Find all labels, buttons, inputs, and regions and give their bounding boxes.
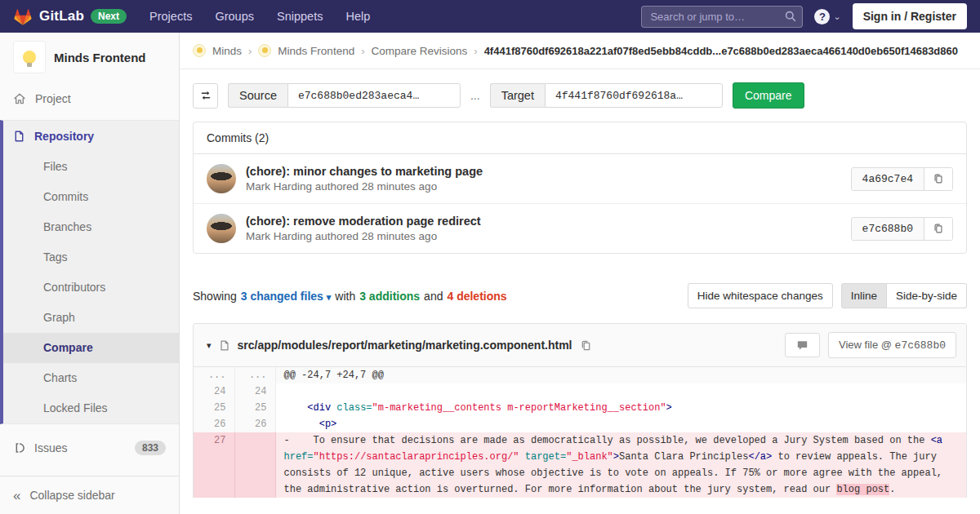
old-line-number[interactable]: 27 [194, 432, 234, 498]
navbar-links: ProjectsGroupsSnippetsHelp [149, 10, 370, 23]
breadcrumb-avatar lightbulb-icon [193, 44, 206, 57]
view-file-button[interactable]: View file @ e7c688b0 [828, 332, 956, 358]
diff-summary-bar: Showing 3 changed files ▾ with 3 additio… [193, 283, 967, 308]
sidebar-item-tags[interactable]: Tags [3, 242, 179, 273]
changed-files-dropdown[interactable]: 3 changed files ▾ [241, 290, 332, 303]
compare-button[interactable]: Compare [733, 82, 804, 109]
search-icon[interactable] [784, 10, 797, 23]
code-segment: > [613, 451, 619, 463]
copy-path-icon[interactable] [580, 339, 592, 352]
sidebar-item-project[interactable]: Project [0, 83, 179, 114]
breadcrumb-separator: › [474, 45, 477, 57]
source-label: Source [228, 83, 287, 108]
gitlab-logo[interactable]: GitLab Next [13, 7, 127, 26]
old-line-number[interactable]: ... [194, 367, 234, 383]
breadcrumb-separator: › [248, 45, 252, 57]
additions-count: 3 additions [359, 290, 420, 303]
inline-view-button[interactable]: Inline [841, 283, 887, 308]
code-segment: <a [931, 435, 942, 446]
and-label: and [424, 290, 443, 303]
sidebar-item-graph[interactable]: Graph [3, 303, 179, 333]
new-line-number[interactable]: 25 [234, 400, 275, 416]
sidebar-item-label: Issues [34, 441, 67, 454]
sidebar-item-files[interactable]: Files [3, 152, 179, 182]
breadcrumb-link[interactable]: Minds [212, 45, 242, 57]
project-avatar [13, 41, 46, 73]
commit-title-link[interactable]: (chore): remove moderation page redirect [246, 215, 481, 228]
with-label: with [335, 290, 355, 303]
diff-line-context: 2626 <p> [194, 416, 966, 432]
diff-table: ......@@ -24,7 +24,7 @@2424 2525 <div cl… [194, 367, 966, 498]
commit-texts: (chore): remove moderation page redirect… [246, 215, 481, 242]
logo-wordmark: GitLab [39, 8, 84, 24]
code-segment: . [889, 484, 895, 495]
issues-icon [13, 441, 25, 454]
breadcrumb-link[interactable]: Compare Revisions [372, 45, 468, 57]
project-context-header[interactable]: Minds Frontend [0, 33, 179, 83]
old-line-number[interactable]: 26 [194, 416, 234, 432]
search-input[interactable] [641, 6, 803, 28]
diff-file-header: ▾ src/app/modules/report/marketing/marke… [194, 324, 966, 367]
new-line-number[interactable]: ... [234, 367, 275, 383]
diff-line-del: 27- To ensure that decisions are made as… [194, 432, 966, 498]
code-segment: <div [307, 402, 331, 414]
nav-link-snippets[interactable]: Snippets [277, 10, 323, 23]
commit-meta: Mark Harding authored 28 minutes ago [246, 230, 481, 242]
collapse-file-caret-icon[interactable]: ▾ [207, 340, 212, 351]
repository-section: Repository FilesCommitsBranchesTagsContr… [0, 120, 179, 424]
deletion-marker: - [284, 435, 290, 446]
collapse-sidebar-label: Collapse sidebar [29, 489, 114, 502]
side-by-side-view-button[interactable]: Side-by-side [887, 283, 967, 308]
diff-line-context: 2424 [194, 383, 966, 400]
code-segment: To ensure that decisions are made as dem… [290, 435, 931, 446]
source-revision-input[interactable] [287, 83, 461, 108]
help-menu[interactable]: ? ⌄ [814, 9, 840, 24]
hide-whitespace-button[interactable]: Hide whitespace changes [688, 283, 833, 308]
breadcrumb-link[interactable]: Minds Frontend [278, 45, 354, 57]
sidebar-item-repository[interactable]: Repository [3, 121, 179, 152]
commit-hash-link[interactable]: 4a69c7e4 [852, 168, 924, 190]
sidebar-item-commits[interactable]: Commits [3, 182, 179, 212]
sidebar-item-compare[interactable]: Compare [3, 333, 179, 363]
left-sidebar: Minds Frontend Project Repository FilesC… [0, 33, 180, 514]
diff-line-code: @@ -24,7 +24,7 @@ [275, 367, 966, 383]
code-segment: "https://santaclaraprinciples.org/" [314, 451, 519, 463]
sidebar-item-branches[interactable]: Branches [3, 212, 179, 242]
source-input-group: Source [228, 83, 461, 108]
copy-hash-button[interactable] [924, 168, 952, 190]
project-name: Minds Frontend [54, 51, 146, 64]
sign-in-register-button[interactable]: Sign in / Register [853, 3, 967, 29]
swap-revisions-button[interactable] [193, 83, 218, 109]
old-line-number[interactable]: 25 [194, 400, 234, 416]
code-segment: <p> [319, 419, 337, 430]
collapse-sidebar-button[interactable]: « Collapse sidebar [0, 476, 179, 514]
new-line-number[interactable] [234, 432, 275, 498]
copy-hash-button[interactable] [924, 218, 952, 240]
sidebar-item-contributors[interactable]: Contributors [3, 273, 179, 303]
breadcrumb-separator: › [361, 45, 364, 57]
deletions-count: 4 deletions [447, 290, 506, 303]
help-icon: ? [814, 9, 830, 24]
nav-link-help[interactable]: Help [345, 10, 370, 23]
commit-title-link[interactable]: (chore): minor changes to marketing page [246, 165, 483, 178]
nav-link-projects[interactable]: Projects [149, 10, 192, 23]
code-segment [942, 435, 948, 446]
new-line-number[interactable]: 24 [234, 383, 275, 400]
sidebar-item-issues[interactable]: Issues 833 [0, 432, 179, 463]
copy-icon [933, 223, 944, 234]
new-line-number[interactable]: 26 [234, 416, 275, 432]
revision-range-separator: ... [470, 89, 480, 102]
diff-file-path[interactable]: src/app/modules/report/marketing/marketi… [238, 339, 572, 352]
code-segment [284, 402, 308, 414]
toggle-comments-button[interactable] [785, 333, 820, 357]
old-line-number[interactable]: 24 [194, 383, 234, 400]
sidebar-item-locked-files[interactable]: Locked Files [3, 393, 179, 423]
target-revision-input[interactable] [545, 83, 723, 108]
top-navbar: GitLab Next ProjectsGroupsSnippetsHelp ?… [0, 0, 980, 33]
commit-hash-link[interactable]: e7c688b0 [852, 218, 924, 240]
code-segment: target= [525, 451, 566, 463]
commit-texts: (chore): minor changes to marketing page… [246, 165, 483, 193]
nav-link-groups[interactable]: Groups [215, 10, 254, 23]
code-segment: > [666, 402, 672, 414]
sidebar-item-charts[interactable]: Charts [3, 363, 179, 393]
